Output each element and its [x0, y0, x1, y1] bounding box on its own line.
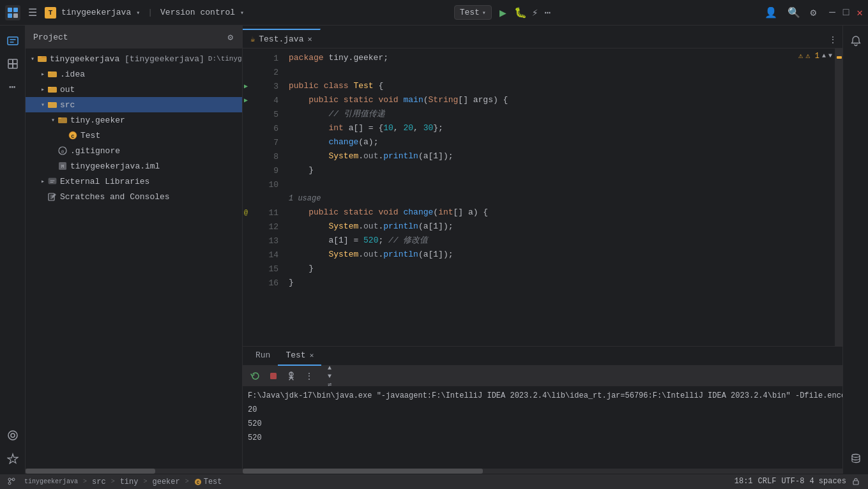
maximize-button[interactable]: □	[843, 7, 849, 19]
breadcrumb-git[interactable]	[5, 478, 19, 486]
code-line-4: public static void main(String[] args) {	[284, 93, 835, 107]
tree-arrow-root[interactable]	[28, 54, 37, 63]
status-indent[interactable]: 4 spaces	[807, 477, 849, 486]
tree-arrow-external[interactable]	[38, 177, 47, 186]
breadcrumb-src[interactable]: src	[92, 478, 106, 486]
idea-label: .idea	[60, 70, 85, 79]
tree-arrow-idea[interactable]	[38, 70, 47, 79]
sidebar-icon-build[interactable]	[3, 448, 23, 469]
run-gutter-4[interactable]: ▶	[244, 96, 248, 104]
bottom-tab-run[interactable]: Run	[248, 347, 278, 366]
warning-nav-down[interactable]: ▼	[828, 52, 832, 59]
line-num-14: 14	[243, 248, 284, 262]
idea-folder-icon	[47, 69, 57, 79]
code-area[interactable]: package tiny.geeker; public class Test {…	[284, 49, 835, 346]
tree-item-tiny-geeker[interactable]: tiny.geeker	[26, 112, 242, 128]
tree-item-out[interactable]: out	[26, 82, 242, 97]
breadcrumb-test[interactable]: C Test	[194, 478, 222, 486]
tab-test-java[interactable]: ☕ Test.java ✕	[243, 29, 321, 48]
stop-button[interactable]	[266, 368, 281, 384]
console-line-520b: 520	[243, 431, 842, 445]
tree-item-iml[interactable]: ▸ M tinygeekerjava.iml	[26, 158, 242, 174]
coverage-button[interactable]: ⚡	[532, 6, 538, 19]
warning-nav-up[interactable]: ▲	[822, 52, 826, 59]
status-position[interactable]: 18:1	[732, 477, 756, 486]
project-dropdown-icon[interactable]: ▾	[136, 9, 140, 17]
panel-scrollbar[interactable]	[26, 469, 242, 474]
warning-marker	[837, 56, 842, 59]
tab-more-button[interactable]: ⋮	[826, 32, 840, 48]
tree-item-src[interactable]: src	[26, 97, 242, 112]
test-label: Test	[80, 131, 100, 140]
run-more-button[interactable]: ⋯	[543, 5, 552, 20]
status-encoding[interactable]: UTF-8	[779, 477, 807, 486]
sidebar-icon-more[interactable]: ⋯	[3, 77, 23, 97]
bottom-scrollbar-thumb	[243, 469, 483, 474]
sidebar-icon-bookmarks[interactable]	[3, 54, 23, 74]
svg-point-10	[11, 433, 15, 437]
app-icon	[5, 5, 20, 20]
breadcrumb-sep1: tinygeekerjava	[24, 478, 78, 485]
editor-main: ⚠ ⚠ 1 ▲ ▼ 1 2 3 ▶	[243, 49, 842, 474]
pin-button[interactable]	[284, 368, 299, 384]
code-line-10	[284, 177, 835, 192]
right-database-icon[interactable]	[846, 448, 866, 469]
search-everywhere-icon[interactable]: 🔍	[785, 4, 803, 22]
breadcrumb-geeker[interactable]: geeker	[152, 478, 179, 486]
editor-scrollbar[interactable]	[835, 49, 842, 346]
status-readonly[interactable]	[849, 477, 863, 486]
project-name[interactable]: tinygeekerjava	[61, 8, 131, 17]
annotation-gutter-11[interactable]: @	[244, 209, 248, 216]
tree-arrow-tiny-geeker[interactable]	[49, 116, 57, 124]
svg-rect-18	[48, 102, 51, 103]
run-button[interactable]: ▶	[497, 4, 509, 21]
sidebar-icon-project[interactable]	[3, 31, 23, 51]
console-line-20: 20	[243, 403, 842, 417]
svg-point-32	[8, 478, 11, 481]
sep1: >	[83, 478, 87, 485]
tree-item-root[interactable]: tinygeekerjava [tinygeekerjava] D:\tinyg…	[26, 51, 242, 66]
file-tree[interactable]: tinygeekerjava [tinygeekerjava] D:\tinyg…	[26, 49, 242, 469]
tree-arrow-out[interactable]	[38, 85, 47, 94]
debug-run-button[interactable]: 🐛	[514, 6, 527, 19]
restart-button[interactable]	[248, 368, 263, 384]
version-control-label[interactable]: Version control	[160, 8, 235, 17]
scroll-up-button[interactable]: ▲	[322, 364, 337, 372]
svg-point-33	[8, 482, 11, 485]
status-linesep[interactable]: CRLF	[756, 477, 779, 486]
tab-close-button[interactable]: ✕	[307, 34, 312, 44]
editor-content: ⚠ ⚠ 1 ▲ ▼ 1 2 3 ▶	[243, 49, 842, 346]
minimize-button[interactable]: ─	[829, 7, 835, 19]
panel-title: Project	[33, 33, 68, 42]
sidebar-icon-plugins[interactable]	[3, 425, 23, 446]
breadcrumb-tiny[interactable]: tiny	[120, 478, 139, 486]
run-config[interactable]: Test ▾	[454, 5, 492, 20]
settings-icon[interactable]: ⚙	[808, 4, 819, 22]
warning-count[interactable]: ⚠ 1	[805, 51, 819, 61]
tree-item-scratches[interactable]: ▸ Scratches and Consoles	[26, 189, 242, 204]
code-line-13: a[1] = 520; // 修改值	[284, 234, 835, 248]
tree-item-gitignore[interactable]: ▸ ⊘ .gitignore	[26, 143, 242, 158]
svg-rect-29	[270, 373, 277, 379]
close-button[interactable]: ✕	[857, 6, 863, 19]
tree-item-test[interactable]: ▸ C Test	[26, 128, 242, 143]
bottom-tab-test[interactable]: Test ✕	[278, 347, 321, 366]
hamburger-icon[interactable]: ☰	[26, 4, 40, 22]
editor-area: ☕ Test.java ✕ ⋮ ⚠ ⚠ 1 ▲ ▼	[243, 26, 842, 474]
bottom-tab-test-close[interactable]: ✕	[310, 351, 314, 359]
window-controls: ─ □ ✕	[829, 6, 863, 19]
bottom-more-button[interactable]: ⋮	[301, 368, 317, 384]
tree-item-external[interactable]: External Libraries	[26, 174, 242, 189]
panel-gear-icon[interactable]: ⚙	[227, 31, 234, 44]
external-label: External Libraries	[60, 177, 149, 186]
run-gutter-3[interactable]: ▶	[244, 82, 248, 90]
svg-rect-12	[38, 56, 42, 57]
account-icon[interactable]: 👤	[762, 4, 780, 22]
scroll-down-button[interactable]: ▼	[322, 372, 337, 380]
right-notifications-icon[interactable]	[846, 31, 866, 51]
line-num-15: 15	[243, 262, 284, 276]
bottom-scrollbar[interactable]	[243, 469, 842, 474]
svg-rect-7	[8, 64, 13, 68]
tree-item-idea[interactable]: .idea	[26, 66, 242, 82]
tree-arrow-src[interactable]	[38, 100, 47, 109]
